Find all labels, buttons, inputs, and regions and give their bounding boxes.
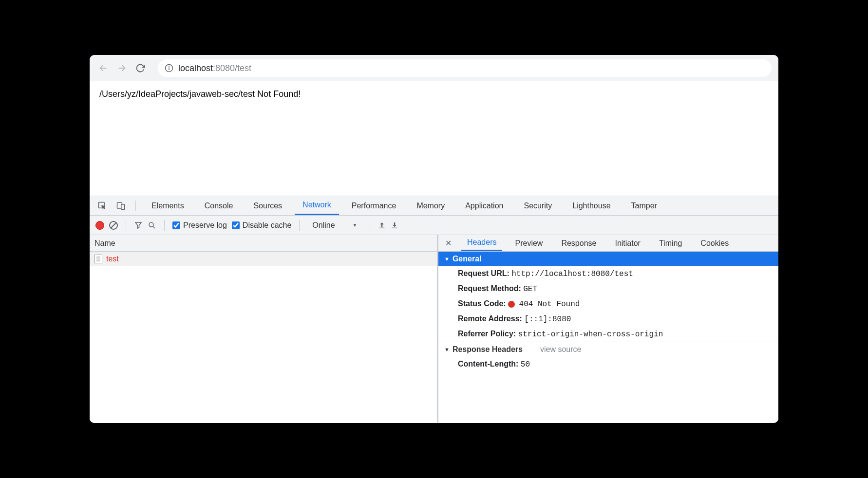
document-icon [94, 255, 102, 263]
response-headers-title: Response Headers [453, 345, 523, 354]
url-port: :8080 [213, 63, 235, 73]
content-length-value: 50 [521, 360, 530, 369]
tab-lighthouse[interactable]: Lighthouse [565, 196, 618, 215]
site-info-icon[interactable] [165, 64, 173, 73]
tab-elements[interactable]: Elements [144, 196, 192, 215]
request-method-row: Request Method: GET [438, 281, 778, 296]
detail-tab-headers[interactable]: Headers [461, 235, 502, 251]
divider [299, 220, 300, 231]
name-column-header[interactable]: Name [90, 235, 437, 252]
status-code-row: Status Code: 404 Not Found [438, 296, 778, 312]
request-url-label: Request URL: [458, 269, 509, 277]
preserve-log-input[interactable] [172, 221, 180, 229]
request-list-panel: Name test [90, 235, 438, 423]
view-source-link[interactable]: view source [540, 345, 581, 354]
tab-application[interactable]: Application [457, 196, 511, 215]
url-text: localhost:8080/test [178, 63, 251, 74]
address-bar[interactable]: localhost:8080/test [158, 59, 772, 77]
request-url-row: Request URL: http://localhost:8080/test [438, 266, 778, 281]
detail-tab-response[interactable]: Response [555, 235, 602, 251]
preserve-log-label: Preserve log [183, 221, 227, 230]
chevron-down-icon: ▼ [353, 222, 358, 228]
reload-button[interactable] [133, 61, 147, 75]
network-controls: Preserve log Disable cache Online ▼ [90, 216, 778, 235]
triangle-down-icon: ▼ [444, 256, 450, 262]
svg-point-2 [169, 66, 170, 67]
request-method-value: GET [523, 285, 537, 294]
tab-memory[interactable]: Memory [409, 196, 453, 215]
search-icon[interactable] [148, 221, 156, 230]
devtools-tabs: Elements Console Sources Network Perform… [90, 196, 778, 216]
svg-rect-5 [121, 204, 125, 209]
tab-security[interactable]: Security [516, 196, 560, 215]
general-title: General [453, 255, 482, 263]
svg-rect-8 [392, 227, 397, 228]
remote-address-label: Remote Address: [458, 314, 522, 323]
request-url-value: http://localhost:8080/test [511, 270, 633, 278]
response-headers-section-header[interactable]: ▼ Response Headers view source [438, 342, 778, 357]
tab-network[interactable]: Network [295, 196, 339, 215]
tab-sources[interactable]: Sources [245, 196, 290, 215]
disable-cache-input[interactable] [232, 221, 240, 229]
referrer-policy-row: Referrer Policy: strict-origin-when-cros… [438, 327, 778, 342]
divider [370, 220, 370, 231]
page-content: /Users/yz/IdeaProjects/javaweb-sec/test … [90, 81, 778, 196]
referrer-policy-value: strict-origin-when-cross-origin [518, 330, 663, 339]
detail-tab-preview[interactable]: Preview [509, 235, 548, 251]
device-mode-icon[interactable] [114, 201, 128, 211]
status-code-value: 404 Not Found [519, 300, 580, 309]
inspect-icon[interactable] [95, 201, 109, 211]
detail-tab-cookies[interactable]: Cookies [695, 235, 735, 251]
close-detail-button[interactable]: ✕ [442, 239, 454, 248]
filter-icon[interactable] [134, 221, 143, 230]
remote-address-value: [::1]:8080 [524, 315, 571, 324]
svg-point-6 [149, 222, 153, 227]
url-path: /test [235, 63, 251, 73]
detail-tabs: ✕ Headers Preview Response Initiator Tim… [438, 235, 778, 252]
request-method-label: Request Method: [458, 284, 521, 293]
back-button[interactable] [96, 61, 110, 75]
content-length-label: Content-Length: [458, 360, 518, 368]
referrer-policy-label: Referrer Policy: [458, 330, 516, 338]
browser-window: localhost:8080/test /Users/yz/IdeaProjec… [90, 55, 778, 423]
divider [135, 201, 136, 211]
record-button[interactable] [95, 221, 104, 230]
triangle-down-icon: ▼ [444, 347, 450, 352]
svg-rect-7 [379, 227, 385, 228]
download-har-icon[interactable] [391, 221, 398, 229]
clear-button[interactable] [109, 221, 118, 230]
divider [164, 220, 165, 231]
network-body: Name test ✕ Headers Preview Response Ini… [90, 235, 778, 423]
status-code-label: Status Code: [458, 299, 506, 308]
disable-cache-checkbox[interactable]: Disable cache [232, 221, 292, 230]
request-detail-panel: ✕ Headers Preview Response Initiator Tim… [438, 235, 778, 423]
detail-body: ▼ General Request URL: http://localhost:… [438, 252, 778, 423]
browser-toolbar: localhost:8080/test [90, 55, 778, 81]
request-name: test [106, 255, 119, 263]
tab-performance[interactable]: Performance [344, 196, 404, 215]
tab-console[interactable]: Console [197, 196, 241, 215]
page-text: /Users/yz/IdeaProjects/javaweb-sec/test … [99, 89, 301, 99]
disable-cache-label: Disable cache [243, 221, 292, 230]
divider [126, 220, 126, 231]
url-host: localhost [178, 63, 213, 73]
devtools-panel: Elements Console Sources Network Perform… [90, 196, 778, 423]
forward-button[interactable] [115, 61, 129, 75]
content-length-row: Content-Length: 50 [438, 357, 778, 372]
throttling-value: Online [312, 221, 335, 230]
detail-tab-timing[interactable]: Timing [653, 235, 688, 251]
general-section-header[interactable]: ▼ General [438, 252, 778, 266]
status-dot-icon [508, 301, 515, 308]
remote-address-row: Remote Address: [::1]:8080 [438, 312, 778, 327]
request-row[interactable]: test [90, 252, 437, 266]
tab-tamper[interactable]: Tamper [623, 196, 665, 215]
throttling-select[interactable]: Online ▼ [307, 221, 362, 230]
preserve-log-checkbox[interactable]: Preserve log [172, 221, 227, 230]
detail-tab-initiator[interactable]: Initiator [609, 235, 646, 251]
upload-har-icon[interactable] [378, 221, 386, 229]
